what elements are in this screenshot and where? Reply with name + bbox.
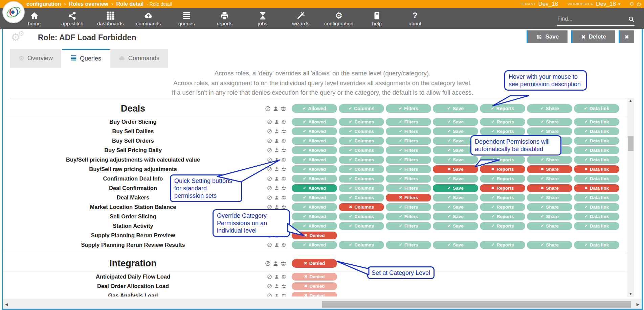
perm-button-allowed[interactable]: ✔Allowed <box>292 194 337 201</box>
perm-button-share[interactable]: ✖Share <box>527 165 572 173</box>
perm-button-reports[interactable]: ✔Reports <box>480 127 525 135</box>
perm-button-save[interactable]: ✔Save <box>433 104 478 113</box>
group-quick-icon[interactable] <box>281 157 286 162</box>
perm-button-allowed[interactable]: ✔Allowed <box>292 222 337 230</box>
perm-button-reports[interactable]: ✔Reports <box>480 104 525 113</box>
perm-button-reports[interactable]: ✔Reports <box>480 222 525 230</box>
nav-item-about[interactable]: ?about <box>396 8 434 29</box>
group-quick-icon[interactable] <box>281 119 286 124</box>
perm-button-data-link[interactable]: ✔Data link <box>574 127 619 135</box>
perm-button-filters[interactable]: ✔Filters <box>386 213 431 220</box>
perm-button-share[interactable]: ✔Share <box>527 213 572 220</box>
perm-button-columns[interactable]: ✔Columns <box>339 156 384 164</box>
perm-button-filters[interactable]: ✔Filters <box>386 175 431 183</box>
perm-button-columns[interactable]: ✔Columns <box>339 146 384 154</box>
nav-item-commands[interactable]: commands <box>130 8 168 29</box>
deny-all-quick-icon[interactable] <box>265 261 271 266</box>
tab-overview[interactable]: ⚙Overview <box>10 49 61 68</box>
nav-item-jobs[interactable]: jobs <box>244 8 282 29</box>
group-quick-icon[interactable] <box>281 205 286 210</box>
perm-button-allowed[interactable]: ✔Allowed <box>292 137 337 145</box>
perm-button-data-link[interactable]: ✔Data link <box>574 156 619 164</box>
user-quick-icon[interactable] <box>274 157 279 162</box>
perm-button-filters[interactable]: ✖Filters <box>386 194 431 201</box>
perm-button-share[interactable]: ✔Share <box>527 194 572 201</box>
breadcrumb-item[interactable]: Role detail <box>116 1 143 7</box>
group-quick-icon[interactable] <box>281 138 286 143</box>
user-quick-icon[interactable] <box>274 129 279 134</box>
perm-button-data-link[interactable]: ✔Data link <box>574 175 619 183</box>
perm-button-save[interactable]: ✔Save <box>433 175 478 183</box>
perm-button-allowed[interactable]: ✔Allowed <box>292 175 337 183</box>
perm-button-columns[interactable]: ✔Columns <box>339 184 384 192</box>
group-quick-icon[interactable] <box>281 186 286 191</box>
perm-button-allowed[interactable]: ✔Allowed <box>292 104 337 113</box>
group-quick-icon[interactable] <box>281 106 286 112</box>
deny-all-quick-icon[interactable] <box>267 157 272 162</box>
perm-button-filters[interactable]: ✔Filters <box>386 184 431 192</box>
perm-button-filters[interactable]: ✔Filters <box>386 222 431 230</box>
deny-all-quick-icon[interactable] <box>267 274 272 279</box>
user-quick-icon[interactable] <box>274 148 279 153</box>
perm-button-denied[interactable]: ✖Denied <box>292 232 337 239</box>
power-icon[interactable] <box>636 2 641 7</box>
breadcrumb-item[interactable]: configuration <box>26 1 61 7</box>
group-quick-icon[interactable] <box>281 195 286 200</box>
user-quick-icon[interactable] <box>274 176 279 181</box>
delete-button[interactable]: ✖ Delete <box>571 30 615 43</box>
deny-all-quick-icon[interactable] <box>267 138 272 143</box>
perm-button-allowed[interactable]: ✔Allowed <box>292 118 337 126</box>
perm-button-save[interactable]: ✔Save <box>433 213 478 220</box>
perm-button-data-link[interactable]: ✖Data link <box>574 184 619 192</box>
nav-item-configuration[interactable]: ⚙configuration <box>320 8 358 29</box>
scroll-down-arrow[interactable]: ▼ <box>627 291 634 297</box>
perm-button-filters[interactable]: ✔Filters <box>386 156 431 164</box>
perm-button-share[interactable]: ✔Share <box>527 118 572 126</box>
save-button[interactable]: Save <box>527 30 568 43</box>
perm-button-filters[interactable]: ✔Filters <box>386 127 431 135</box>
perm-button-reports[interactable]: ✔Reports <box>480 175 525 183</box>
deny-all-quick-icon[interactable] <box>267 119 272 124</box>
group-quick-icon[interactable] <box>281 293 286 297</box>
perm-button-data-link[interactable]: ✔Data link <box>574 118 619 126</box>
perm-button-save[interactable]: ✖Save <box>433 165 478 173</box>
perm-button-share[interactable]: ✔Share <box>527 175 572 183</box>
perm-button-columns[interactable]: ✔Columns <box>339 194 384 201</box>
perm-button-columns[interactable]: ✔Columns <box>339 175 384 183</box>
group-quick-icon[interactable] <box>281 129 286 134</box>
user-quick-icon[interactable] <box>274 167 279 172</box>
settings-gear-icon[interactable]: ⚙ <box>630 1 634 7</box>
perm-button-reports[interactable]: ✖Reports <box>480 165 525 173</box>
nav-item-reports[interactable]: reports <box>206 8 244 29</box>
user-quick-icon[interactable] <box>274 195 279 200</box>
tab-queries[interactable]: Queries <box>62 49 110 68</box>
perm-button-columns[interactable]: ✔Columns <box>339 118 384 126</box>
perm-button-share[interactable]: ✔Share <box>527 222 572 230</box>
deny-all-quick-icon[interactable] <box>267 148 272 153</box>
perm-button-save[interactable]: ✔Save <box>433 203 478 211</box>
group-quick-icon[interactable] <box>281 284 286 289</box>
perm-button-reports[interactable]: ✔Reports <box>480 241 525 249</box>
chevron-down-icon[interactable]: ▾ <box>618 2 620 6</box>
scroll-up-arrow[interactable]: ▲ <box>627 98 634 103</box>
perm-button-save[interactable]: ✔Save <box>433 156 478 164</box>
find-input[interactable] <box>557 16 628 22</box>
perm-button-data-link[interactable]: ✔Data link <box>574 137 619 145</box>
perm-button-filters[interactable]: ✔Filters <box>386 241 431 249</box>
perm-button-allowed[interactable]: ✔Allowed <box>292 241 337 249</box>
perm-button-save[interactable]: ✔Save <box>433 118 478 126</box>
deny-all-quick-icon[interactable] <box>267 129 272 134</box>
deny-all-quick-icon[interactable] <box>267 186 272 191</box>
close-button[interactable]: ✖ <box>619 30 634 43</box>
perm-button-columns[interactable]: ✔Columns <box>339 127 384 135</box>
perm-button-share[interactable]: ✔Share <box>527 203 572 211</box>
nav-item-app-stitch[interactable]: app-stitch <box>53 8 92 29</box>
perm-button-data-link[interactable]: ✔Data link <box>574 146 619 154</box>
perm-button-filters[interactable]: ✔Filters <box>386 165 431 173</box>
vertical-scroll-thumb[interactable] <box>628 136 634 151</box>
user-quick-icon[interactable] <box>274 242 279 247</box>
perm-button-save[interactable]: ✔Save <box>433 241 478 249</box>
breadcrumb-item[interactable]: Roles overview <box>69 1 109 7</box>
user-quick-icon[interactable] <box>274 205 279 210</box>
group-quick-icon[interactable] <box>281 274 286 279</box>
